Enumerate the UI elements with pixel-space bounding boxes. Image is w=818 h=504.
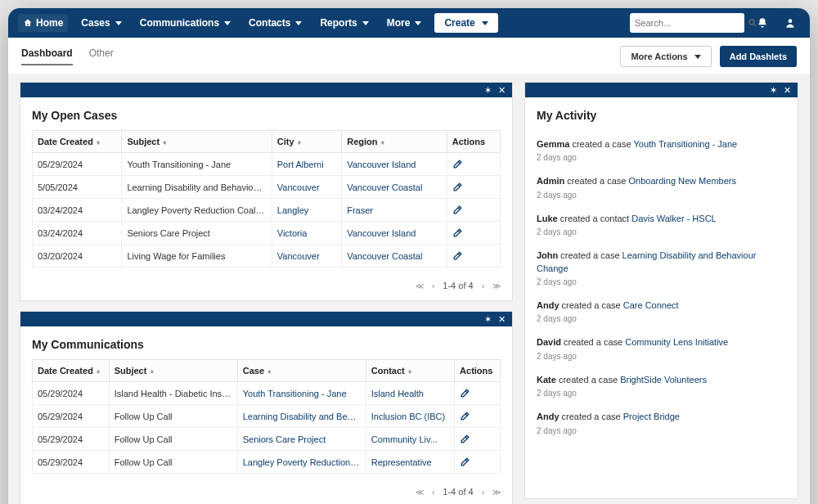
cell-actions [447, 245, 500, 268]
panel-activity: ✶ ✕ My Activity Gemma created a case You… [524, 82, 798, 499]
cell-contact[interactable]: Island Health [366, 382, 454, 405]
tab-dashboard[interactable]: Dashboard [21, 47, 73, 65]
cell-contact[interactable]: Representative [366, 451, 454, 474]
add-dashlets-button[interactable]: Add Dashlets [720, 46, 797, 67]
edit-icon[interactable] [460, 411, 495, 421]
nav-more[interactable]: More [382, 14, 427, 32]
nav-home-label: Home [36, 17, 63, 29]
table-row: 03/24/2024Seniors Care ProjectVictoriaVa… [33, 222, 501, 245]
close-icon[interactable]: ✕ [498, 85, 506, 96]
notifications-icon[interactable] [753, 13, 772, 33]
col-region[interactable]: Region♦ [342, 131, 447, 153]
nav-more-label: More [387, 17, 411, 29]
topbar: Home Cases Communications Contacts Repor… [8, 8, 810, 38]
cell-case[interactable]: Seniors Care Project [237, 428, 366, 451]
page-prev-icon[interactable]: ‹ [432, 281, 434, 290]
activity-item: Admin created a case Onboarding New Memb… [537, 170, 786, 207]
edit-icon[interactable] [460, 388, 495, 398]
tab-other[interactable]: Other [89, 47, 114, 65]
activity-scroll[interactable]: Gemma created a case Youth Transitioning… [537, 133, 793, 444]
cell-case[interactable]: Langley Poverty Reduction Co... [237, 451, 366, 474]
search-input-wrap[interactable] [630, 13, 744, 33]
activity-target[interactable]: Onboarding New Members [629, 176, 736, 186]
comms-pager: ≪ ‹ 1-4 of 4 › ≫ [20, 482, 512, 504]
page-next-icon[interactable]: › [482, 488, 484, 497]
activity-who: Kate [537, 375, 556, 385]
cell-city[interactable]: Vancouver [272, 245, 341, 268]
cell-subject: Living Wage for Families [122, 245, 272, 268]
col-subject[interactable]: Subject♦ [122, 131, 272, 153]
nav-communications[interactable]: Communications [135, 14, 236, 32]
cell-city[interactable]: Port Alberni [272, 153, 341, 176]
nav-contacts[interactable]: Contacts [244, 14, 307, 32]
gear-icon[interactable]: ✶ [770, 85, 777, 96]
page-next-icon[interactable]: › [482, 281, 484, 290]
search-input[interactable] [635, 18, 748, 28]
gear-icon[interactable]: ✶ [484, 85, 492, 96]
cell-actions [447, 153, 500, 176]
activity-target[interactable]: BrightSide Volunteers [620, 375, 707, 385]
col-case[interactable]: Case♦ [237, 360, 366, 382]
page-last-icon[interactable]: ≫ [492, 488, 501, 497]
col-date[interactable]: Date Created♦ [33, 131, 122, 153]
cell-subject: Youth Transitioning - Jane [122, 153, 272, 176]
nav-reports[interactable]: Reports [315, 14, 373, 32]
edit-icon[interactable] [460, 434, 495, 444]
gear-icon[interactable]: ✶ [484, 314, 492, 325]
nav-cases[interactable]: Cases [76, 14, 126, 32]
sort-icon: ♦ [267, 367, 272, 376]
page-prev-icon[interactable]: ‹ [432, 488, 434, 497]
cell-region[interactable]: Vancouver Island [342, 222, 447, 245]
activity-verb: created a case [562, 412, 621, 421]
cell-subject: Seniors Care Project [122, 222, 272, 245]
cell-subject: Follow Up Call [109, 405, 237, 428]
open-cases-pager: ≪ ‹ 1-4 of 4 › ≫ [20, 276, 512, 300]
cell-region[interactable]: Vancouver Coastal [342, 176, 447, 199]
pager-label: 1-4 of 4 [443, 281, 473, 290]
activity-item: David created a case Community Lens Init… [537, 331, 786, 368]
table-row: 5/05/2024Learning Disability and Behavio… [33, 176, 501, 199]
cell-region[interactable]: Vancouver Island [342, 153, 447, 176]
col-date[interactable]: Date Created♦ [33, 360, 110, 382]
cell-city[interactable]: Victoria [272, 222, 341, 245]
col-city[interactable]: City♦ [272, 131, 341, 153]
cell-case[interactable]: Youth Transitioning - Jane [237, 382, 366, 405]
cell-city[interactable]: Vancouver [272, 176, 341, 199]
page-first-icon[interactable]: ≪ [416, 488, 424, 497]
col-subject[interactable]: Subject♦ [109, 360, 237, 382]
open-cases-table: Date Created♦ Subject♦ City♦ Region♦ Act… [32, 130, 501, 268]
edit-icon[interactable] [452, 227, 495, 238]
activity-verb: created a case [560, 250, 619, 260]
edit-icon[interactable] [452, 182, 495, 192]
cell-contact[interactable]: Community Liv... [366, 428, 454, 451]
edit-icon[interactable] [460, 457, 495, 467]
edit-icon[interactable] [452, 159, 495, 169]
edit-icon[interactable] [452, 250, 495, 261]
cell-region[interactable]: Vancouver Coastal [342, 245, 447, 268]
cell-date: 03/20/2024 [33, 245, 122, 268]
activity-when: 2 days ago [537, 277, 786, 288]
cell-actions [455, 428, 501, 451]
more-actions-button[interactable]: More Actions [620, 46, 711, 67]
activity-target[interactable]: Davis Walker - HSCL [631, 214, 717, 223]
cell-date: 03/24/2024 [33, 199, 122, 222]
page-first-icon[interactable]: ≪ [416, 281, 424, 290]
panel-communications: ✶ ✕ My Communications Date Created♦ Subj… [20, 311, 513, 504]
cell-case[interactable]: Learning Disability and Behav... [237, 405, 366, 428]
activity-target[interactable]: Project Bridge [623, 412, 680, 421]
edit-icon[interactable] [452, 205, 495, 215]
activity-target[interactable]: Care Connect [623, 300, 679, 310]
cell-contact[interactable]: Inclusion BC (IBC) [366, 405, 454, 428]
col-contact[interactable]: Contact♦ [366, 360, 454, 382]
user-icon[interactable] [780, 13, 800, 33]
activity-target[interactable]: Community Lens Initiative [625, 337, 728, 347]
close-icon[interactable]: ✕ [784, 85, 791, 96]
cell-region[interactable]: Fraser [342, 199, 447, 222]
close-icon[interactable]: ✕ [498, 314, 506, 325]
cell-subject: Follow Up Call [109, 428, 237, 451]
activity-target[interactable]: Youth Transitioning - Jane [633, 139, 737, 149]
create-button[interactable]: Create [434, 13, 497, 33]
cell-city[interactable]: Langley [272, 199, 341, 222]
nav-home[interactable]: Home [18, 14, 68, 32]
page-last-icon[interactable]: ≫ [492, 281, 501, 290]
